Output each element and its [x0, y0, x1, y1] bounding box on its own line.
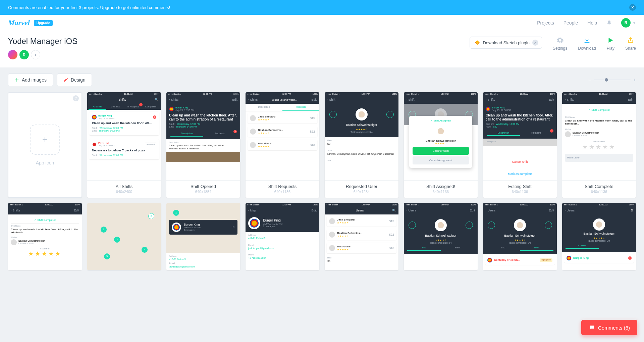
gear-icon [556, 37, 564, 44]
screen-card[interactable]: ●●●● Sketch ⬧12:00 AM100% ‹ ShiftsEdit ✓… [562, 92, 636, 198]
play-action[interactable]: Play [607, 37, 614, 51]
plus-icon [14, 78, 19, 82]
design-button[interactable]: Design [57, 74, 92, 86]
zoom-slider[interactable] [594, 80, 631, 80]
screen-card[interactable]: ●●●● Sketch ⬧12:00 AM100% ‹ MapEdit Burg… [246, 203, 319, 270]
project-title: Yodel Manager iOS [8, 37, 77, 46]
upgrade-banner: Comments are enabled for your first 3 pr… [0, 0, 644, 15]
main-nav: Projects People Help R ▼ [537, 18, 636, 28]
screen-card[interactable]: ●●●● Sketch ⬧12:00 AM100% ‹ Shift Bastia… [325, 92, 398, 198]
user-avatar: R [621, 18, 631, 28]
zoom-in-icon[interactable]: + [633, 77, 636, 83]
marvel-logo[interactable]: Marvel [8, 18, 30, 27]
header-actions: Download Sketch plugin ✕ Settings Downlo… [470, 37, 636, 51]
collaborators: R + [8, 50, 77, 59]
play-icon [607, 37, 614, 44]
sketch-label: Download Sketch plugin [483, 40, 529, 45]
zoom-control[interactable]: − + [588, 77, 636, 83]
nav-people[interactable]: People [564, 20, 578, 26]
share-action[interactable]: Share [625, 37, 636, 51]
pencil-icon [63, 78, 68, 82]
screen-card[interactable]: ●●●● Sketch ⬧12:00 AM100% ‹ ShiftsEdit ✓… [8, 203, 82, 270]
screen-card[interactable]: ●●●● Sketch ⬧12:00 AM100% ‹ Users⚙ Basti… [562, 203, 636, 270]
app-icon-label: App icon [36, 160, 54, 165]
nav-help[interactable]: Help [587, 20, 597, 26]
banner-close-button[interactable]: ✕ [629, 4, 636, 11]
close-icon[interactable]: ✕ [532, 40, 538, 46]
user-menu[interactable]: R ▼ [621, 18, 636, 28]
collab-avatar-2[interactable]: R [19, 50, 29, 59]
brand: Marvel Upgrade [8, 18, 53, 27]
project-header: Yodel Manager iOS R + Download Sketch pl… [0, 31, 644, 67]
add-images-button[interactable]: Add images [8, 74, 53, 86]
help-icon[interactable]: ? [73, 95, 79, 101]
app-icon-card[interactable]: ? + App icon [8, 92, 82, 198]
screen-card[interactable]: ●●●● Sketch ⬧12:00 AM100% ‹ ShiftsClean … [246, 92, 319, 198]
share-icon [627, 37, 634, 44]
screen-grid: ? + App icon ●●●● Sketch ⬧12:00 AM100% S… [0, 92, 644, 304]
screen-card[interactable]: ●●●● Sketch ⬧12:00 AM100% Users🔍 Jack Sh… [325, 203, 398, 270]
download-action[interactable]: Download [578, 37, 596, 51]
chevron-down-icon: ▼ [633, 21, 636, 25]
screen-card[interactable]: ●●●● Sketch ⬧12:00 AM100% ‹ UsersEdit Ba… [483, 203, 557, 270]
screen-card[interactable]: ●●●● Sketch ⬧12:00 AM100% ‹ Shift ✓ Shif… [404, 92, 478, 198]
add-collaborator-button[interactable]: + [31, 50, 40, 59]
collab-avatar-1[interactable] [8, 50, 17, 59]
zoom-out-icon[interactable]: − [588, 77, 591, 83]
bell-icon[interactable] [606, 20, 612, 26]
topbar: Marvel Upgrade Projects People Help R ▼ [0, 15, 644, 31]
screen-card[interactable]: ●●●● Sketch ⬧12:00 AM100% Shifts🔍 All Sh… [87, 92, 161, 198]
screen-card[interactable]: ●●●● Sketch ⬧12:00 AM100% ‹ ShiftsEdit B… [166, 92, 240, 198]
upgrade-button[interactable]: Upgrade [34, 20, 53, 26]
sketch-plugin-pill[interactable]: Download Sketch plugin ✕ [470, 37, 542, 49]
plus-icon: + [42, 134, 48, 145]
nav-projects[interactable]: Projects [537, 20, 554, 26]
toolbar: Add images Design − + [0, 67, 644, 92]
banner-text: Comments are enabled for your first 3 pr… [8, 5, 170, 10]
screen-card[interactable]: ●●●● Sketch ⬧12:00 AM100% ‹ ShiftsEdit B… [483, 92, 557, 198]
settings-action[interactable]: Settings [553, 37, 567, 51]
screen-card[interactable]: ●●●● Sketch ⬧12:00 AM100% ‹ UsersEdit Ba… [404, 203, 478, 270]
sketch-icon [475, 40, 480, 45]
download-icon [583, 37, 591, 44]
screen-card[interactable]: ➤ 1 2 3 4 [87, 203, 161, 270]
screen-card[interactable]: 1 Burger King7:00 AM-10:00 PM3 managers … [166, 203, 240, 270]
